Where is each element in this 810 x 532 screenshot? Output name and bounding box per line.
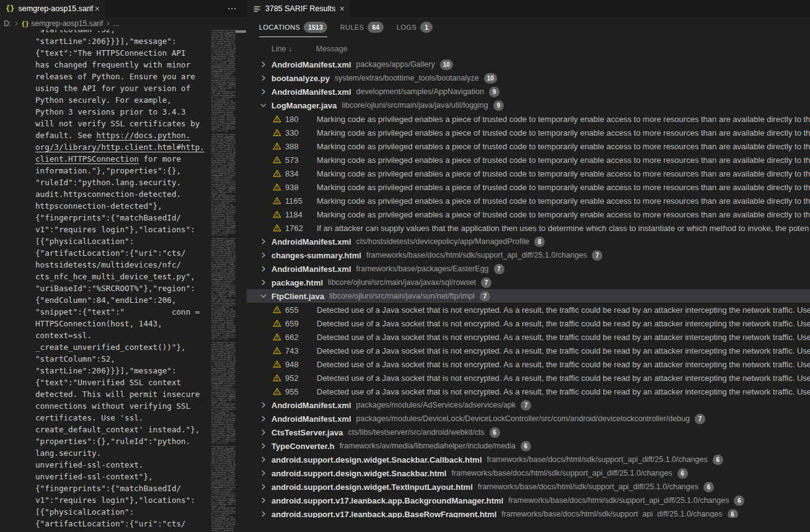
editor-content[interactable]: "startColumn":52,"startLine":206}}}],"me… <box>35 24 205 530</box>
file-row[interactable]: bootanalyze.pysystem/extras/boottime_too… <box>247 71 810 85</box>
editor-line: information."},"properties":{}, <box>35 165 205 177</box>
result-line-number: 743 <box>285 346 310 355</box>
editor-line: org/3/library/http.client.html#http. <box>35 141 205 153</box>
file-row[interactable]: AndroidManifest.xmlframeworks/base/packa… <box>247 262 810 276</box>
result-row[interactable]: 180Marking code as privileged enables a … <box>247 112 810 126</box>
file-row[interactable]: AndroidManifest.xmlpackages/apps/Gallery… <box>247 58 810 71</box>
editor-more-actions-icon[interactable]: ⋯ <box>223 0 240 17</box>
result-line-number: 1184 <box>285 210 310 219</box>
count-badge: 8 <box>534 237 545 247</box>
result-row[interactable]: 573Marking code as privileged enables a … <box>247 153 810 167</box>
chevron-right-icon <box>105 20 111 27</box>
editor-link[interactable]: https://docs.python. <box>97 131 191 140</box>
file-name: CtsTestServer.java <box>271 428 343 437</box>
result-message: Detected use of a Java socket that is no… <box>317 346 810 355</box>
result-row[interactable]: 938Marking code as privileged enables a … <box>247 180 810 194</box>
editor-link[interactable]: client.HTTPSConnection <box>35 154 139 164</box>
file-row[interactable]: android.support.v17.leanback.app.BaseRow… <box>247 507 810 518</box>
file-row[interactable]: package.htmllibcore/ojluni/src/main/java… <box>247 276 810 289</box>
editor-line: httpsconnection-detected"}, <box>35 200 205 212</box>
result-message: Marking code as privileged enables a pie… <box>317 155 810 165</box>
count-badge: 7 <box>592 250 602 261</box>
editor-line: "startLine":206}}}],"message": <box>35 365 205 377</box>
editor-link[interactable]: org/3/library/http.client.html#http. <box>35 142 205 152</box>
file-path: development/samples/AppNavigation <box>356 87 484 96</box>
file-name: changes-summary.html <box>271 251 361 260</box>
file-row[interactable]: android.support.v17.leanback.app.Backgro… <box>247 494 810 507</box>
file-row[interactable]: AndroidManifest.xmlpackages/modules/Devi… <box>247 412 810 425</box>
result-row[interactable]: 948Detected use of a Java socket that is… <box>247 357 810 371</box>
result-message: Marking code as privileged enables a pie… <box>317 142 810 151</box>
count-badge: 9 <box>493 100 504 111</box>
result-row[interactable]: 659Detected use of a Java socket that is… <box>247 316 810 330</box>
editor-line: Python securely. For example, <box>35 94 205 106</box>
file-row[interactable]: AndroidManifest.xmldevelopment/samples/A… <box>247 85 810 98</box>
panel-tab-bar: LOCATIONS1513RULES64LOGS1 <box>259 17 433 37</box>
file-path: libcore/ojluni/src/main/java/java/util/l… <box>341 101 488 110</box>
result-message: Detected use of a Java socket that is no… <box>317 373 810 383</box>
result-row[interactable]: 955Detected use of a Java socket that is… <box>247 385 810 398</box>
breadcrumb-file[interactable]: semgrep-aosp15.sarif <box>31 19 103 28</box>
result-row[interactable]: 834Marking code as privileged enables a … <box>247 167 810 180</box>
chevron-right-icon <box>259 428 268 437</box>
file-path: frameworks/base/docs/html/sdk/support_ap… <box>478 482 698 491</box>
editor-line: {"text":"Unverified SSL context <box>35 377 205 388</box>
file-row[interactable]: TypeConverter.hframeworks/av/media/libme… <box>247 439 810 453</box>
panel-view-tab-logs[interactable]: LOGS1 <box>397 17 433 37</box>
chevron-right-icon <box>259 251 268 259</box>
breadcrumb[interactable]: D: {} semgrep-aosp15.sarif ... <box>0 17 247 30</box>
editor-line: context=ssl. <box>35 329 205 341</box>
file-row[interactable]: android.support.design.widget.TextInputL… <box>247 480 810 494</box>
result-row[interactable]: 330Marking code as privileged enables a … <box>247 126 810 139</box>
result-row[interactable]: 388Marking code as privileged enables a … <box>247 139 810 153</box>
editor-line: will not verify SSL certificates by <box>35 118 205 129</box>
panel-view-tab-label: LOGS <box>397 24 416 31</box>
file-path: frameworks/base/packages/EasterEgg <box>356 264 489 273</box>
file-row[interactable]: LogManager.javalibcore/ojluni/src/main/j… <box>247 98 810 112</box>
editor-line: {"endColumn":84,"endLine":206, <box>35 294 205 306</box>
result-row[interactable]: 1184Marking code as privileged enables a… <box>247 207 810 221</box>
file-row[interactable]: android.support.design.widget.Snackbar.C… <box>247 453 810 466</box>
result-line-number: 948 <box>285 360 310 369</box>
breadcrumb-more[interactable]: ... <box>113 19 119 28</box>
file-name: LogManager.java <box>271 101 337 110</box>
warning-icon <box>273 319 281 328</box>
chevron-right-icon <box>259 496 268 505</box>
file-row[interactable]: AndroidManifest.xmlpackages/modules/AdSe… <box>247 398 810 412</box>
count-badge: 1513 <box>304 22 327 33</box>
panel-tab-sarif-results[interactable]: 3785 SARIF Results × <box>247 0 350 17</box>
result-row[interactable]: 1165Marking code as privileged enables a… <box>247 194 810 207</box>
file-row[interactable]: android.support.design.widget.Snackbar.h… <box>247 466 810 480</box>
file-path: libcore/ojluni/src/main/java/javax/sql/r… <box>328 278 476 287</box>
result-row[interactable]: 743Detected use of a Java socket that is… <box>247 344 810 357</box>
count-badge: 6 <box>521 441 531 451</box>
result-row[interactable]: 655Detected use of a Java socket that is… <box>247 303 810 316</box>
editor-line: {"fingerprints":{"matchBasedId/ <box>35 482 205 494</box>
editor-line: "ruleId":"python.lang.security. <box>35 177 205 188</box>
warning-icon <box>273 333 281 341</box>
result-row[interactable]: 1762If an attacker can supply values tha… <box>247 221 810 235</box>
file-name: AndroidManifest.xml <box>271 60 351 69</box>
close-icon[interactable]: × <box>340 4 345 14</box>
panel-view-tab-locations[interactable]: LOCATIONS1513 <box>259 17 327 37</box>
column-header-line[interactable]: Line ↓ <box>271 45 292 53</box>
result-row[interactable]: 952Detected use of a Java socket that is… <box>247 371 810 385</box>
result-message: Marking code as privileged enables a pie… <box>317 183 810 192</box>
count-badge: 6 <box>734 495 744 506</box>
panel-view-tab-rules[interactable]: RULES64 <box>340 17 384 37</box>
warning-icon <box>273 360 281 368</box>
file-row[interactable]: changes-summary.htmlframeworks/base/docs… <box>247 248 810 262</box>
minimap[interactable]: "startColumn":52, "startLine":206}}}],"m… <box>211 30 236 532</box>
file-row[interactable]: CtsTestServer.javacts/libs/testserver/sr… <box>247 425 810 439</box>
result-message: Detected use of a Java socket that is no… <box>317 387 810 396</box>
file-row[interactable]: FtpClient.javalibcore/ojluni/src/main/ja… <box>247 289 810 303</box>
count-badge: 6 <box>490 427 500 438</box>
close-icon[interactable]: × <box>95 4 100 14</box>
result-row[interactable]: 662Detected use of a Java socket that is… <box>247 330 810 344</box>
breadcrumb-drive[interactable]: D: <box>4 19 11 28</box>
chevron-right-icon <box>259 469 268 477</box>
editor-line: "properties":{},"ruleId":"python. <box>35 435 205 447</box>
editor-tab-semgrep-sarif[interactable]: {} semgrep-aosp15.sarif × <box>0 0 105 17</box>
column-header-message[interactable]: Message <box>316 45 348 53</box>
file-row[interactable]: AndroidManifest.xmlcts/hostsidetests/dev… <box>247 235 810 248</box>
